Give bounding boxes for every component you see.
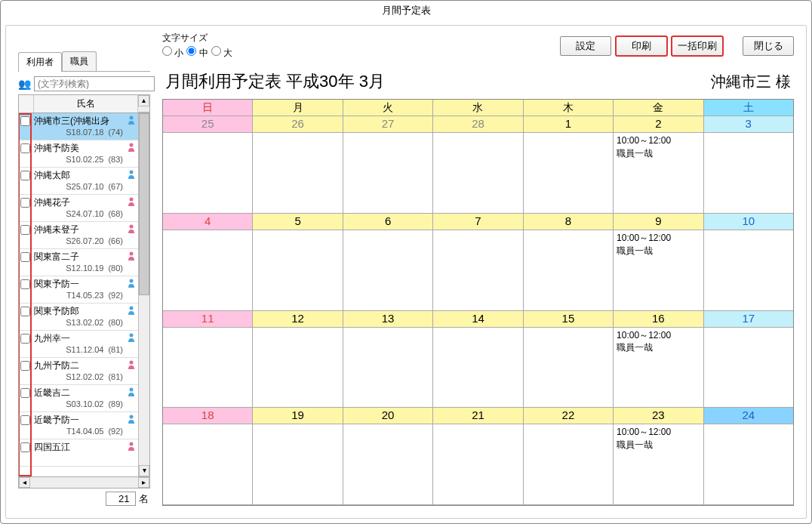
cell-date: 26 xyxy=(253,116,342,133)
calendar-cell[interactable]: 910:00～12:00職員一哉 xyxy=(614,214,703,311)
calendar-cell[interactable]: 18 xyxy=(163,408,253,505)
sidebar-tabs: 利用者 職員 xyxy=(18,51,150,72)
calendar-cell[interactable]: 8 xyxy=(524,214,614,311)
list-item[interactable]: 沖縄市三(沖縄出身S18.07.18(74) xyxy=(19,113,138,140)
row-checkbox[interactable] xyxy=(20,415,30,425)
list-item[interactable]: 四国五江 xyxy=(19,439,138,467)
calendar-cell[interactable]: 17 xyxy=(704,311,793,408)
person-icon xyxy=(126,359,137,371)
row-birthdate: S13.02.02 xyxy=(66,318,103,327)
calendar-cell[interactable]: 27 xyxy=(343,116,433,214)
list-item[interactable]: 関東予防郎S13.02.02(80) xyxy=(19,304,138,331)
person-icon xyxy=(126,223,137,236)
font-size-medium[interactable]: 中 xyxy=(186,46,208,60)
batch-print-button[interactable]: 一括印刷 xyxy=(672,36,723,56)
cell-body xyxy=(343,328,432,408)
calendar-cell[interactable]: 21 xyxy=(433,408,523,505)
list-item[interactable]: 沖縄太郎S25.07.10(67) xyxy=(19,168,138,195)
toolbar: 文字サイズ 小 中 大 設定 印刷 一括印刷 閉じる xyxy=(162,32,794,66)
svg-point-12 xyxy=(130,442,134,446)
row-checkbox[interactable] xyxy=(20,307,30,316)
row-name: 関東予防一 xyxy=(34,278,126,291)
cell-body xyxy=(524,328,613,408)
list-item[interactable]: 沖縄予防美S10.02.25(83) xyxy=(19,140,138,168)
list-item[interactable]: 近畿予防一T14.04.05(92) xyxy=(19,412,138,439)
calendar-cell[interactable]: 20 xyxy=(343,408,433,505)
calendar-cell[interactable]: 7 xyxy=(433,214,523,311)
svg-point-5 xyxy=(130,252,134,256)
tab-staff[interactable]: 職員 xyxy=(62,51,97,71)
list-item[interactable]: 沖縄花子S24.07.10(68) xyxy=(19,195,138,222)
calendar-cell[interactable]: 6 xyxy=(343,214,433,311)
calendar-cell[interactable]: 1 xyxy=(524,116,614,214)
svg-point-0 xyxy=(130,116,134,120)
cell-body xyxy=(163,328,252,408)
cell-date: 8 xyxy=(524,214,613,230)
day-header: 水 xyxy=(433,100,523,116)
list-item[interactable]: 九州幸一S11.12.04(81) xyxy=(19,331,138,358)
cell-body xyxy=(163,424,252,505)
settings-button[interactable]: 設定 xyxy=(560,36,611,56)
cell-date: 16 xyxy=(614,311,703,328)
row-checkbox[interactable] xyxy=(20,116,30,126)
calendar-cell[interactable]: 3 xyxy=(704,116,793,214)
font-size-small[interactable]: 小 xyxy=(162,46,183,60)
print-button[interactable]: 印刷 xyxy=(616,36,667,56)
row-checkbox[interactable] xyxy=(20,388,30,398)
calendar-cell[interactable]: 2310:00～12:00職員一哉 xyxy=(614,408,703,505)
tab-users[interactable]: 利用者 xyxy=(18,52,62,72)
font-size-large[interactable]: 大 xyxy=(211,46,232,60)
row-checkbox[interactable] xyxy=(20,143,30,153)
cell-body xyxy=(433,424,522,505)
calendar-cell[interactable]: 24 xyxy=(704,408,793,505)
row-name: 沖縄太郎 xyxy=(34,169,126,182)
scroll-up-arrow[interactable]: ▴ xyxy=(138,95,149,113)
left-panel: 利用者 職員 👥 氏名 ▴ 沖縄市三(沖縄出身S18.07. xyxy=(18,32,150,506)
row-checkbox[interactable] xyxy=(20,279,30,289)
event-line: 10:00～12:00 xyxy=(617,426,700,439)
count-suffix: 名 xyxy=(139,493,149,504)
app-window: 月間予定表 利用者 職員 👥 氏名 ▴ xyxy=(0,0,812,524)
day-header: 土 xyxy=(704,100,793,116)
calendar-cell[interactable]: 5 xyxy=(253,214,343,311)
row-checkbox[interactable] xyxy=(20,198,30,208)
calendar-week: 45678910:00～12:00職員一哉10 xyxy=(163,214,793,311)
list-item[interactable]: 関東富二子S12.10.19(80) xyxy=(19,249,138,276)
row-birthdate: S11.12.04 xyxy=(66,345,103,354)
list-item[interactable]: 沖縄未登子S26.07.20(66) xyxy=(19,222,138,249)
calendar-cell[interactable]: 11 xyxy=(163,311,253,408)
calendar-cell[interactable]: 25 xyxy=(163,116,253,214)
calendar-cell[interactable]: 15 xyxy=(524,311,614,408)
row-birthdate: S03.10.02 xyxy=(66,399,103,408)
list-item[interactable]: 九州予防二S12.02.02(81) xyxy=(19,358,138,385)
row-name: 関東予防郎 xyxy=(34,305,126,318)
calendar-cell[interactable]: 1610:00～12:00職員一哉 xyxy=(614,311,703,408)
calendar-cell[interactable]: 12 xyxy=(253,311,343,408)
calendar-cell[interactable]: 14 xyxy=(433,311,523,408)
row-checkbox[interactable] xyxy=(20,334,30,344)
cell-body xyxy=(524,230,613,311)
vertical-scrollbar[interactable]: ▾ xyxy=(138,113,149,476)
search-input[interactable] xyxy=(34,76,155,91)
calendar-cell[interactable]: 13 xyxy=(343,311,433,408)
calendar-cell[interactable]: 19 xyxy=(253,408,343,505)
row-checkbox[interactable] xyxy=(20,225,30,235)
calendar-cell[interactable]: 26 xyxy=(253,116,343,214)
calendar-cell[interactable]: 210:00～12:00職員一哉 xyxy=(614,116,703,214)
person-icon xyxy=(126,305,137,317)
list-item[interactable]: 近畿吉二S03.10.02(89) xyxy=(19,385,138,412)
calendar-cell[interactable]: 10 xyxy=(704,214,793,311)
row-checkbox[interactable] xyxy=(20,442,30,452)
row-checkbox[interactable] xyxy=(20,361,30,371)
horizontal-scrollbar[interactable]: ◂ ▸ xyxy=(19,476,149,488)
svg-point-9 xyxy=(130,361,134,365)
person-icon xyxy=(126,414,137,426)
row-checkbox[interactable] xyxy=(20,171,30,180)
list-item[interactable]: 関東予防一T14.05.23(92) xyxy=(19,276,138,304)
calendar-cell[interactable]: 4 xyxy=(163,214,253,311)
close-button[interactable]: 閉じる xyxy=(743,36,794,56)
calendar-cell[interactable]: 22 xyxy=(524,408,614,505)
row-checkbox[interactable] xyxy=(20,252,30,262)
calendar-cell[interactable]: 28 xyxy=(433,116,523,214)
event-line: 職員一哉 xyxy=(617,341,700,354)
